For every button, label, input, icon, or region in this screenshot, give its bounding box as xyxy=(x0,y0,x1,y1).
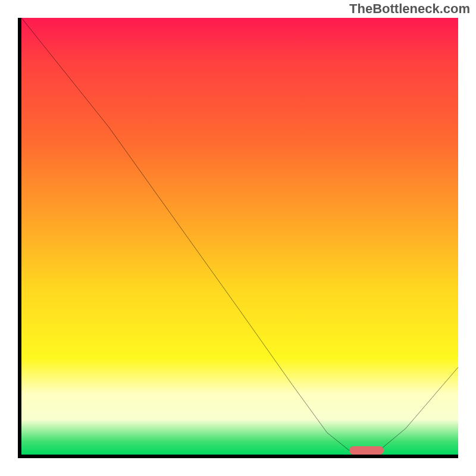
chart-frame xyxy=(18,18,458,458)
watermark-text: TheBottleneck.com xyxy=(349,1,470,17)
curve-path xyxy=(21,18,458,450)
optimal-marker xyxy=(349,446,384,455)
chart-container: TheBottleneck.com xyxy=(0,0,476,476)
plot-area xyxy=(21,18,458,455)
bottleneck-curve xyxy=(21,18,458,455)
